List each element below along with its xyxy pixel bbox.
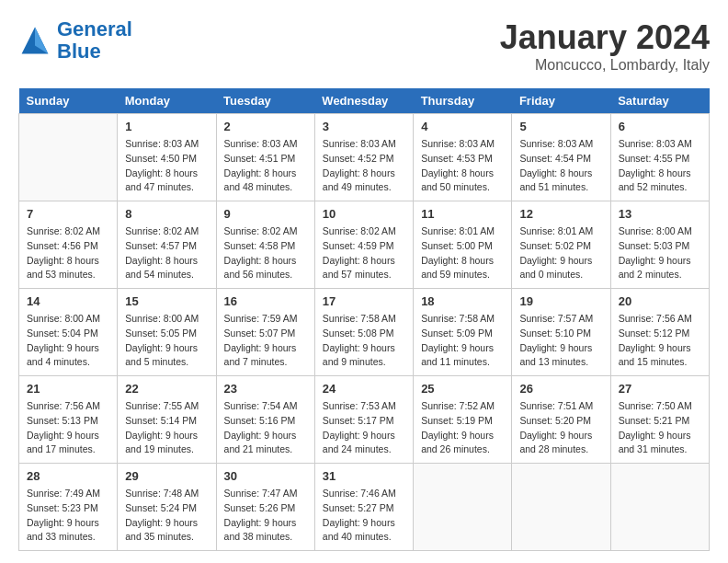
day-info: Sunrise: 7:58 AMSunset: 5:09 PMDaylight:… xyxy=(421,312,504,370)
day-info: Sunrise: 8:03 AMSunset: 4:53 PMDaylight:… xyxy=(421,137,504,195)
weekday-header: Friday xyxy=(512,88,610,114)
day-number: 30 xyxy=(224,469,307,483)
calendar-day-cell: 4Sunrise: 8:03 AMSunset: 4:53 PMDaylight… xyxy=(414,114,512,201)
calendar-week-row: 21Sunrise: 7:56 AMSunset: 5:13 PMDayligh… xyxy=(19,376,710,464)
day-info: Sunrise: 8:01 AMSunset: 5:02 PMDaylight:… xyxy=(519,224,602,282)
calendar-day-cell: 30Sunrise: 7:47 AMSunset: 5:26 PMDayligh… xyxy=(216,464,314,551)
day-info: Sunrise: 7:55 AMSunset: 5:14 PMDaylight:… xyxy=(125,399,208,457)
day-number: 21 xyxy=(27,382,109,396)
logo-icon xyxy=(18,24,51,57)
calendar-week-row: 1Sunrise: 8:03 AMSunset: 4:50 PMDaylight… xyxy=(19,114,710,201)
day-info: Sunrise: 8:01 AMSunset: 5:00 PMDaylight:… xyxy=(421,224,504,282)
day-info: Sunrise: 7:49 AMSunset: 5:23 PMDaylight:… xyxy=(27,487,109,545)
day-info: Sunrise: 7:54 AMSunset: 5:16 PMDaylight:… xyxy=(224,399,307,457)
day-number: 18 xyxy=(421,294,504,308)
day-info: Sunrise: 7:56 AMSunset: 5:12 PMDaylight:… xyxy=(619,312,701,370)
day-number: 27 xyxy=(619,382,701,396)
day-number: 24 xyxy=(323,382,405,396)
day-info: Sunrise: 8:03 AMSunset: 4:55 PMDaylight:… xyxy=(619,137,701,195)
calendar-day-cell: 5Sunrise: 8:03 AMSunset: 4:54 PMDaylight… xyxy=(512,114,610,201)
day-number: 31 xyxy=(323,469,405,483)
day-info: Sunrise: 7:52 AMSunset: 5:19 PMDaylight:… xyxy=(421,399,504,457)
calendar-table: SundayMondayTuesdayWednesdayThursdayFrid… xyxy=(18,88,710,551)
calendar-day-cell: 3Sunrise: 8:03 AMSunset: 4:52 PMDaylight… xyxy=(314,114,413,201)
day-number: 2 xyxy=(224,120,307,133)
day-number: 28 xyxy=(27,469,109,483)
day-number: 15 xyxy=(125,294,208,308)
calendar-day-cell: 16Sunrise: 7:59 AMSunset: 5:07 PMDayligh… xyxy=(216,289,314,376)
day-number: 10 xyxy=(323,207,405,221)
calendar-day-cell: 20Sunrise: 7:56 AMSunset: 5:12 PMDayligh… xyxy=(610,289,709,376)
day-number: 20 xyxy=(619,294,701,308)
logo: General Blue xyxy=(18,18,132,63)
calendar-day-cell xyxy=(19,114,118,201)
calendar-day-cell: 26Sunrise: 7:51 AMSunset: 5:20 PMDayligh… xyxy=(512,376,610,464)
calendar-day-cell: 1Sunrise: 8:03 AMSunset: 4:50 PMDaylight… xyxy=(118,114,216,201)
weekday-header-row: SundayMondayTuesdayWednesdayThursdayFrid… xyxy=(19,88,710,114)
day-number: 4 xyxy=(421,120,504,133)
day-info: Sunrise: 7:48 AMSunset: 5:24 PMDaylight:… xyxy=(125,487,208,545)
calendar-day-cell: 25Sunrise: 7:52 AMSunset: 5:19 PMDayligh… xyxy=(414,376,512,464)
location-title: Moncucco, Lombardy, Italy xyxy=(500,57,710,74)
day-number: 22 xyxy=(125,382,208,396)
calendar-day-cell: 14Sunrise: 8:00 AMSunset: 5:04 PMDayligh… xyxy=(19,289,118,376)
page-header: General Blue January 2024 Moncucco, Lomb… xyxy=(18,18,710,74)
day-info: Sunrise: 7:46 AMSunset: 5:27 PMDaylight:… xyxy=(323,487,405,545)
calendar-day-cell xyxy=(512,464,610,551)
day-info: Sunrise: 7:59 AMSunset: 5:07 PMDaylight:… xyxy=(224,312,307,370)
calendar-day-cell: 6Sunrise: 8:03 AMSunset: 4:55 PMDaylight… xyxy=(610,114,709,201)
weekday-header: Wednesday xyxy=(314,88,413,114)
day-info: Sunrise: 8:03 AMSunset: 4:52 PMDaylight:… xyxy=(323,137,405,195)
day-number: 19 xyxy=(519,294,602,308)
day-info: Sunrise: 7:53 AMSunset: 5:17 PMDaylight:… xyxy=(323,399,405,457)
day-number: 17 xyxy=(323,294,405,308)
day-info: Sunrise: 7:58 AMSunset: 5:08 PMDaylight:… xyxy=(323,312,405,370)
day-number: 14 xyxy=(27,294,109,308)
day-info: Sunrise: 7:57 AMSunset: 5:10 PMDaylight:… xyxy=(519,312,602,370)
calendar-day-cell: 17Sunrise: 7:58 AMSunset: 5:08 PMDayligh… xyxy=(314,289,413,376)
day-number: 6 xyxy=(619,120,701,133)
day-number: 16 xyxy=(224,294,307,308)
weekday-header: Tuesday xyxy=(216,88,314,114)
weekday-header: Monday xyxy=(118,88,216,114)
calendar-day-cell: 2Sunrise: 8:03 AMSunset: 4:51 PMDaylight… xyxy=(216,114,314,201)
day-number: 1 xyxy=(125,120,208,133)
calendar-day-cell: 28Sunrise: 7:49 AMSunset: 5:23 PMDayligh… xyxy=(19,464,118,551)
weekday-header: Saturday xyxy=(610,88,709,114)
calendar-day-cell: 29Sunrise: 7:48 AMSunset: 5:24 PMDayligh… xyxy=(118,464,216,551)
day-number: 9 xyxy=(224,207,307,221)
day-info: Sunrise: 8:02 AMSunset: 4:58 PMDaylight:… xyxy=(224,224,307,282)
day-info: Sunrise: 8:00 AMSunset: 5:03 PMDaylight:… xyxy=(619,224,701,282)
title-block: January 2024 Moncucco, Lombardy, Italy xyxy=(500,18,710,74)
day-info: Sunrise: 8:02 AMSunset: 4:57 PMDaylight:… xyxy=(125,224,208,282)
calendar-day-cell: 31Sunrise: 7:46 AMSunset: 5:27 PMDayligh… xyxy=(314,464,413,551)
calendar-day-cell: 15Sunrise: 8:00 AMSunset: 5:05 PMDayligh… xyxy=(118,289,216,376)
calendar-day-cell: 7Sunrise: 8:02 AMSunset: 4:56 PMDaylight… xyxy=(19,201,118,289)
month-title: January 2024 xyxy=(500,18,710,57)
calendar-week-row: 28Sunrise: 7:49 AMSunset: 5:23 PMDayligh… xyxy=(19,464,710,551)
day-info: Sunrise: 8:02 AMSunset: 4:56 PMDaylight:… xyxy=(27,224,109,282)
day-info: Sunrise: 7:50 AMSunset: 5:21 PMDaylight:… xyxy=(619,399,701,457)
calendar-week-row: 7Sunrise: 8:02 AMSunset: 4:56 PMDaylight… xyxy=(19,201,710,289)
day-info: Sunrise: 7:51 AMSunset: 5:20 PMDaylight:… xyxy=(519,399,602,457)
day-number: 5 xyxy=(519,120,602,133)
day-number: 25 xyxy=(421,382,504,396)
calendar-day-cell: 13Sunrise: 8:00 AMSunset: 5:03 PMDayligh… xyxy=(610,201,709,289)
day-info: Sunrise: 8:03 AMSunset: 4:50 PMDaylight:… xyxy=(125,137,208,195)
calendar-day-cell: 27Sunrise: 7:50 AMSunset: 5:21 PMDayligh… xyxy=(610,376,709,464)
day-info: Sunrise: 7:47 AMSunset: 5:26 PMDaylight:… xyxy=(224,487,307,545)
calendar-day-cell: 10Sunrise: 8:02 AMSunset: 4:59 PMDayligh… xyxy=(314,201,413,289)
weekday-header: Sunday xyxy=(19,88,118,114)
calendar-day-cell: 12Sunrise: 8:01 AMSunset: 5:02 PMDayligh… xyxy=(512,201,610,289)
calendar-day-cell: 21Sunrise: 7:56 AMSunset: 5:13 PMDayligh… xyxy=(19,376,118,464)
day-number: 11 xyxy=(421,207,504,221)
day-number: 12 xyxy=(519,207,602,221)
day-info: Sunrise: 8:03 AMSunset: 4:54 PMDaylight:… xyxy=(519,137,602,195)
day-info: Sunrise: 7:56 AMSunset: 5:13 PMDaylight:… xyxy=(27,399,109,457)
day-number: 29 xyxy=(125,469,208,483)
day-info: Sunrise: 8:00 AMSunset: 5:04 PMDaylight:… xyxy=(27,312,109,370)
day-info: Sunrise: 8:00 AMSunset: 5:05 PMDaylight:… xyxy=(125,312,208,370)
calendar-day-cell xyxy=(610,464,709,551)
day-number: 13 xyxy=(619,207,701,221)
calendar-day-cell: 22Sunrise: 7:55 AMSunset: 5:14 PMDayligh… xyxy=(118,376,216,464)
